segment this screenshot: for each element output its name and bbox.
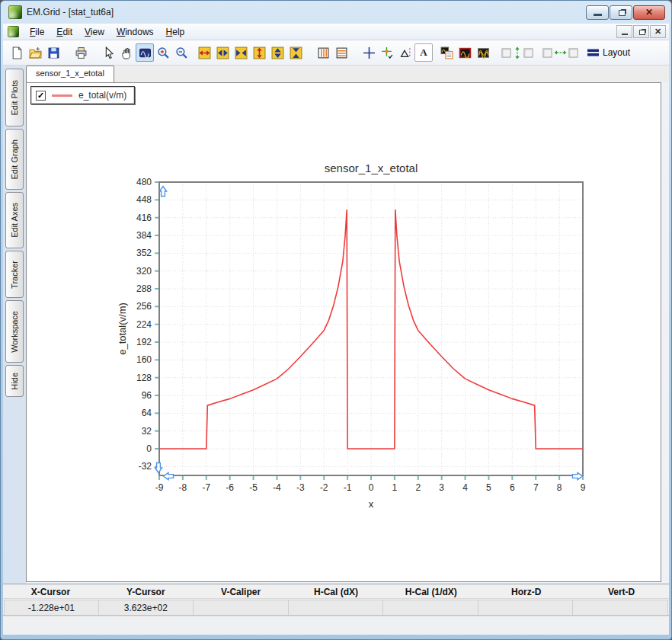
expand-vertical-button[interactable] — [250, 43, 268, 62]
svg-text:32: 32 — [142, 426, 152, 437]
readout-value — [383, 600, 478, 616]
svg-text:-6: -6 — [226, 482, 234, 493]
restore-button[interactable] — [610, 5, 632, 20]
svg-text:6: 6 — [510, 482, 515, 493]
child-minimize-icon — [622, 34, 628, 35]
menu-windows[interactable]: Windows — [110, 25, 160, 39]
child-restore-button[interactable] — [633, 25, 649, 38]
sidebar-item-edit-graph[interactable]: Edit Graph — [5, 129, 24, 190]
legend-checkbox[interactable]: ✓ — [36, 91, 46, 101]
title-bar: EM.Grid - [stat_tut6a] ✕ — [1, 1, 671, 24]
svg-text:-5: -5 — [249, 482, 258, 493]
tracker-icon — [381, 46, 394, 59]
axis-handle-icon — [159, 187, 166, 197]
layout-label: Layout — [603, 47, 630, 58]
svg-text:-8: -8 — [179, 482, 187, 493]
zoom-box-button[interactable] — [136, 43, 154, 62]
readout-header: H-Cal (1/dX) — [383, 584, 478, 598]
svg-text:4: 4 — [462, 482, 468, 493]
stretch-vertical-out-button[interactable] — [268, 43, 286, 62]
caliper-icon — [399, 46, 412, 59]
sidebar-item-edit-plots[interactable]: Edit Plots — [5, 69, 24, 126]
minimize-button[interactable] — [586, 5, 609, 20]
svg-text:-1: -1 — [344, 482, 352, 493]
restore-icon — [619, 10, 626, 16]
checkbox-icon — [501, 48, 511, 58]
compress-vertical-button[interactable] — [286, 43, 305, 62]
layout-button[interactable]: Layout — [587, 47, 630, 58]
print-button[interactable] — [72, 43, 90, 62]
svg-text:448: 448 — [136, 194, 152, 205]
horizontal-lines-icon — [335, 46, 348, 59]
arrows-horizontal-out-icon — [216, 46, 229, 59]
select-arrow-button[interactable] — [99, 43, 117, 62]
child-minimize-button[interactable] — [616, 25, 632, 38]
sidebar-item-workspace[interactable]: Workspace — [5, 300, 24, 363]
multi-plot-button[interactable] — [474, 43, 492, 62]
compress-horizontal-button[interactable] — [232, 43, 250, 62]
sidebar-item-hide[interactable]: Hide — [5, 365, 24, 397]
vertical-markers-button[interactable] — [314, 43, 332, 62]
single-plot-button[interactable] — [456, 43, 474, 62]
readout-header: H-Cal (dX) — [289, 584, 384, 598]
chart-canvas[interactable]: -9-8-7-6-5-4-3-2-10123456789-32032649612… — [27, 83, 661, 540]
menu-edit[interactable]: Edit — [50, 25, 78, 39]
text-annotation-button[interactable]: A — [414, 43, 433, 62]
svg-text:9: 9 — [581, 482, 586, 493]
new-document-button[interactable] — [8, 43, 26, 62]
axis-handle-icon — [573, 472, 583, 479]
menu-help[interactable]: Help — [160, 25, 191, 39]
svg-text:0: 0 — [369, 482, 374, 493]
child-close-button[interactable]: ✕ — [650, 25, 666, 38]
legend-label: e_total(v/m) — [78, 90, 126, 101]
svg-text:192: 192 — [136, 337, 152, 347]
svg-text:320: 320 — [136, 266, 152, 277]
svg-text:-32: -32 — [139, 461, 152, 472]
svg-text:384: 384 — [136, 230, 152, 241]
zoom-out-button[interactable] — [172, 43, 190, 62]
caliper-button[interactable] — [396, 43, 414, 62]
layout-icon — [587, 47, 599, 58]
close-button[interactable]: ✕ — [633, 5, 665, 20]
zoom-out-icon — [175, 46, 188, 59]
svg-text:e_total(v/m): e_total(v/m) — [117, 302, 128, 355]
fit-vertical-group[interactable] — [501, 46, 533, 59]
plot-properties-button[interactable] — [437, 43, 456, 62]
fit-horizontal-group[interactable] — [542, 48, 578, 58]
save-button[interactable] — [44, 43, 62, 62]
plot-legend: ✓ e_total(v/m) — [30, 86, 135, 104]
menu-file[interactable]: File — [24, 25, 50, 39]
stretch-horizontal-out-button[interactable] — [213, 43, 232, 62]
svg-text:64: 64 — [142, 408, 152, 418]
svg-text:0: 0 — [146, 443, 152, 454]
axis-handle-icon — [155, 463, 162, 473]
svg-text:-2: -2 — [320, 482, 328, 493]
tracker-button[interactable] — [378, 43, 396, 62]
sidebar-item-edit-axes[interactable]: Edit Axes — [5, 192, 24, 248]
svg-text:1: 1 — [392, 482, 398, 493]
readout-value — [573, 600, 668, 616]
fit-horizontal-arrows-icon — [554, 48, 567, 57]
tab-sensor-1-x-etotal[interactable]: sensor_1_x_etotal — [26, 66, 114, 82]
open-file-button[interactable] — [26, 43, 44, 62]
svg-text:-9: -9 — [155, 482, 164, 493]
horizontal-markers-button[interactable] — [332, 43, 350, 62]
svg-text:480: 480 — [136, 177, 152, 187]
expand-horizontal-icon — [198, 46, 211, 59]
expand-horizontal-button[interactable] — [195, 43, 213, 62]
status-strip — [3, 616, 669, 635]
pan-hand-button[interactable] — [117, 43, 136, 62]
vertical-lines-icon — [317, 46, 330, 59]
readout-value: 3.623e+02 — [99, 600, 194, 616]
expand-vertical-icon — [253, 46, 266, 59]
axis-handle-icon — [164, 472, 174, 479]
crosshair-button[interactable] — [360, 43, 378, 62]
svg-text:8: 8 — [557, 482, 562, 493]
sidebar-item-tracker[interactable]: Tracker — [5, 251, 24, 298]
child-close-icon: ✕ — [654, 27, 661, 36]
menu-view[interactable]: View — [78, 25, 110, 39]
cursor-readout-bar: X-CursorY-CursorV-CaliperH-Cal (dX)H-Cal… — [3, 584, 669, 616]
pan-hand-icon — [120, 46, 133, 59]
zoom-in-button[interactable] — [154, 43, 172, 62]
readout-value — [289, 600, 384, 616]
